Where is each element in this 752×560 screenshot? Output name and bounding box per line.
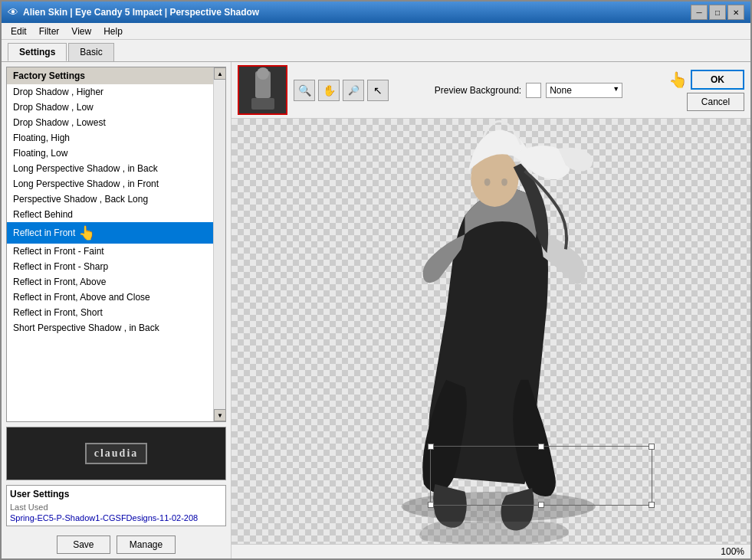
pointer-button[interactable]: ↖	[367, 80, 389, 101]
manage-button[interactable]: Manage	[117, 535, 176, 554]
main-window: 👁 Alien Skin | Eye Candy 5 Impact | Pers…	[0, 0, 752, 560]
maximize-button[interactable]: □	[709, 5, 726, 20]
tab-basic[interactable]: Basic	[68, 43, 113, 61]
ok-cancel-section: 👆 OK Cancel	[668, 70, 744, 111]
selection-handle-tl[interactable]	[428, 444, 434, 450]
list-item[interactable]: Reflect in Front, Short	[7, 305, 213, 320]
menu-edit[interactable]: Edit	[5, 25, 33, 38]
list-item[interactable]: Drop Shadow , Low	[7, 100, 213, 115]
app-icon: 👁	[8, 6, 18, 18]
svg-point-6	[501, 178, 507, 186]
last-used-label: Last Used	[10, 503, 222, 512]
zoom-in-icon: 🔎	[348, 85, 360, 96]
user-settings-title: User Settings	[10, 489, 222, 499]
list-item[interactable]: Reflect in Front, Above and Close	[7, 290, 213, 305]
title-bar-controls: ─ □ ✕	[691, 5, 744, 20]
list-item[interactable]: Reflect in Front - Faint	[7, 244, 213, 259]
selection-handle-bm[interactable]	[538, 502, 544, 508]
selection-handle-bl[interactable]	[428, 502, 434, 508]
list-item[interactable]: Perspective Shadow , Back Long	[7, 192, 213, 207]
selected-item-label: Reflect in Front	[13, 228, 75, 238]
left-panel: Factory Settings Drop Shadow , Higher Dr…	[2, 62, 232, 558]
main-content: Factory Settings Drop Shadow , Higher Dr…	[2, 62, 750, 558]
svg-rect-2	[251, 98, 274, 110]
list-item[interactable]: Long Perspective Shadow , in Front	[7, 176, 213, 192]
preview-bg-dropdown[interactable]: None White Black Checkered	[546, 83, 622, 98]
watermark-badge: claudia	[85, 443, 148, 464]
title-bar: 👁 Alien Skin | Eye Candy 5 Impact | Pers…	[2, 2, 750, 23]
list-item[interactable]: Reflect in Front, Above	[7, 274, 213, 290]
window-title: Alien Skin | Eye Candy 5 Impact | Perspe…	[23, 7, 259, 18]
svg-point-1	[257, 67, 269, 80]
toolbar-icons: 🔍 ✋ 🔎 ↖	[294, 80, 389, 101]
preview-bg-label: Preview Background:	[435, 85, 521, 96]
tab-settings[interactable]: Settings	[8, 43, 67, 61]
list-item[interactable]: Floating, Low	[7, 146, 213, 161]
menu-view[interactable]: View	[65, 25, 97, 38]
close-button[interactable]: ✕	[727, 5, 744, 20]
scroll-up-button[interactable]: ▲	[214, 67, 225, 80]
tabs-bar: Settings Basic	[2, 40, 750, 62]
list-item-selected[interactable]: Reflect in Front 👆	[7, 222, 213, 244]
preset-list-container: Factory Settings Drop Shadow , Higher Dr…	[6, 67, 226, 422]
list-item[interactable]: Reflect in Front - Sharp	[7, 259, 213, 274]
factory-settings-header: Factory Settings	[7, 67, 213, 84]
minimize-button[interactable]: ─	[691, 5, 708, 20]
preview-thumbnail	[238, 65, 287, 115]
preview-bg-swatch	[526, 83, 541, 98]
cancel-button[interactable]: Cancel	[687, 93, 744, 111]
list-item[interactable]: Short Perspective Shadow , in Back	[7, 320, 213, 336]
pan-button[interactable]: ✋	[318, 80, 340, 101]
zoom-out-button[interactable]: 🔍	[294, 80, 315, 101]
right-panel: 🔍 ✋ 🔎 ↖ Preview Background:	[232, 62, 750, 558]
last-used-value: Spring-EC5-P-Shadow1-CGSFDesigns-11-02-2…	[10, 513, 222, 522]
svg-point-5	[484, 178, 491, 186]
pan-icon: ✋	[323, 84, 336, 97]
bottom-status-bar: 100%	[232, 544, 750, 558]
preview-top-bar: 🔍 ✋ 🔎 ↖ Preview Background:	[232, 62, 750, 119]
watermark-area: claudia	[6, 427, 226, 480]
save-button[interactable]: Save	[57, 535, 110, 554]
zoom-out-icon: 🔍	[298, 84, 311, 97]
preview-bg-section: Preview Background: None White Black Che…	[435, 83, 622, 98]
zoom-level: 100%	[721, 546, 744, 557]
zoom-in-button[interactable]: 🔎	[343, 80, 364, 101]
list-item[interactable]: Long Perspective Shadow , in Back	[7, 161, 213, 176]
menu-bar: Edit Filter View Help	[2, 23, 750, 40]
bottom-buttons: Save Manage	[2, 531, 231, 558]
selection-handle-br[interactable]	[649, 502, 655, 508]
list-item[interactable]: Floating, High	[7, 130, 213, 146]
preset-scrollbar[interactable]: ▲ ▼	[213, 67, 225, 421]
ok-button-row: 👆 OK	[668, 70, 744, 90]
menu-help[interactable]: Help	[97, 25, 129, 38]
preset-list[interactable]: Factory Settings Drop Shadow , Higher Dr…	[7, 67, 213, 421]
user-settings-container: User Settings Last Used Spring-EC5-P-Sha…	[6, 485, 226, 526]
preview-area[interactable]	[232, 119, 750, 544]
thumbnail-svg	[244, 67, 282, 113]
scroll-track[interactable]	[214, 80, 225, 409]
list-item[interactable]: Drop Shadow , Lowest	[7, 115, 213, 130]
ok-cursor-icon: 👆	[668, 70, 688, 89]
scroll-down-button[interactable]: ▼	[214, 409, 225, 421]
pointer-icon: ↖	[373, 84, 383, 97]
selection-handle-tm[interactable]	[538, 444, 544, 450]
preview-bg-select-wrapper[interactable]: None White Black Checkered	[546, 83, 622, 98]
list-item[interactable]: Reflect Behind	[7, 207, 213, 222]
ok-button[interactable]: OK	[691, 70, 744, 90]
selection-box	[430, 446, 652, 506]
menu-filter[interactable]: Filter	[33, 25, 66, 38]
cursor-indicator: 👆	[78, 224, 95, 241]
selection-handle-tr[interactable]	[649, 444, 655, 450]
title-bar-left: 👁 Alien Skin | Eye Candy 5 Impact | Pers…	[8, 6, 259, 18]
list-item[interactable]: Drop Shadow , Higher	[7, 84, 213, 100]
watermark-text: claudia	[94, 447, 139, 459]
